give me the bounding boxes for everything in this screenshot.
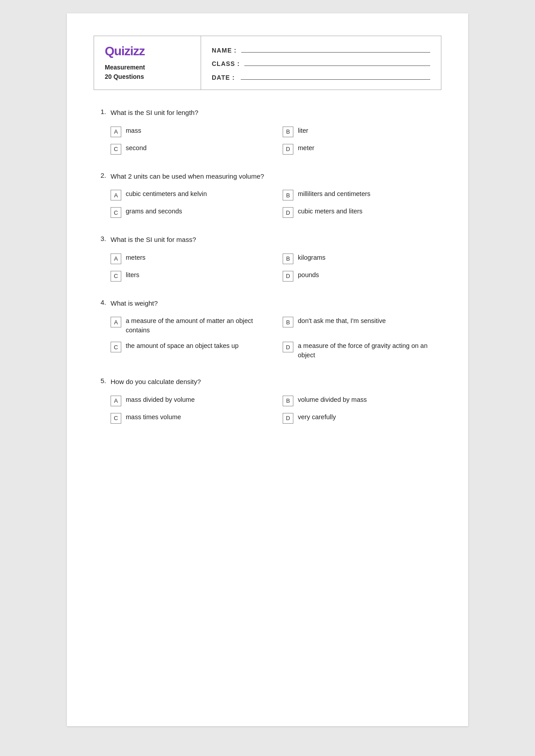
answer-letter-5-d: D <box>283 413 293 424</box>
question-block-3: 3.What is the SI unit for mass?AmetersBk… <box>94 235 441 282</box>
class-label: CLASS : <box>212 60 240 67</box>
answers-grid-5: Amass divided by volumeBvolume divided b… <box>111 395 441 424</box>
answer-text-5-a: mass divided by volume <box>126 395 195 405</box>
answer-letter-1-a: A <box>111 127 121 137</box>
answer-text-4-c: the amount of space an object takes up <box>126 341 239 351</box>
quizizz-logo: Quizizz <box>105 44 190 58</box>
questions-container: 1.What is the SI unit for length?AmassBl… <box>94 108 441 424</box>
answer-letter-2-a: A <box>111 190 121 200</box>
answer-item-5-c: Cmass times volume <box>111 413 269 424</box>
answers-grid-4: Aa measure of the amount of matter an ob… <box>111 316 441 360</box>
answer-item-3-c: Cliters <box>111 270 269 282</box>
answer-letter-5-b: B <box>283 396 293 406</box>
answer-letter-4-c: C <box>111 342 121 352</box>
quiz-info: Measurement 20 Questions <box>105 63 190 82</box>
answer-letter-3-b: B <box>283 253 293 264</box>
page: Quizizz Measurement 20 Questions NAME : … <box>67 13 468 726</box>
answer-text-1-b: liter <box>298 126 308 135</box>
question-row-2: 2.What 2 units can be used when measurin… <box>94 172 441 182</box>
answer-item-2-a: Acubic centimeters and kelvin <box>111 189 269 200</box>
header-box: Quizizz Measurement 20 Questions NAME : … <box>94 36 441 90</box>
class-line <box>244 58 430 66</box>
answer-text-1-d: meter <box>298 143 314 153</box>
answer-item-1-d: Dmeter <box>283 143 441 155</box>
quiz-title: Measurement <box>105 63 190 72</box>
answer-text-4-a: a measure of the amount of matter an obj… <box>126 316 269 335</box>
date-label: DATE : <box>212 74 236 81</box>
answer-item-1-c: Csecond <box>111 143 269 155</box>
question-number-1: 1. <box>94 108 106 115</box>
answer-item-5-a: Amass divided by volume <box>111 395 269 406</box>
date-line <box>241 72 430 80</box>
answer-letter-1-d: D <box>283 144 293 155</box>
question-text-2: What 2 units can be used when measuring … <box>111 172 264 182</box>
class-row: CLASS : <box>212 56 430 69</box>
answer-text-2-b: milliliters and centimeters <box>298 189 370 199</box>
question-row-1: 1.What is the SI unit for length? <box>94 108 441 118</box>
answer-letter-5-c: C <box>111 413 121 424</box>
answer-item-2-b: Bmilliliters and centimeters <box>283 189 441 200</box>
question-number-4: 4. <box>94 298 106 306</box>
question-block-5: 5.How do you calculate density?Amass div… <box>94 377 441 424</box>
answer-letter-3-c: C <box>111 271 121 282</box>
answer-text-4-d: a measure of the force of gravity acting… <box>298 341 441 360</box>
answer-letter-5-a: A <box>111 396 121 406</box>
answers-grid-3: AmetersBkilogramsClitersDpounds <box>111 253 441 282</box>
answers-grid-1: AmassBliterCsecondDmeter <box>111 126 441 155</box>
answer-text-4-b: don't ask me that, I'm sensitive <box>298 316 386 326</box>
quiz-questions: 20 Questions <box>105 72 190 82</box>
answer-item-2-d: Dcubic meters and liters <box>283 207 441 218</box>
answer-item-4-c: Cthe amount of space an object takes up <box>111 341 269 360</box>
answer-item-1-a: Amass <box>111 126 269 137</box>
answer-item-3-b: Bkilograms <box>283 253 441 264</box>
header-right: NAME : CLASS : DATE : <box>201 36 441 90</box>
answer-item-3-d: Dpounds <box>283 270 441 282</box>
answer-text-5-c: mass times volume <box>126 413 181 422</box>
answer-letter-2-c: C <box>111 207 121 218</box>
answer-text-1-a: mass <box>126 126 141 135</box>
date-row: DATE : <box>212 70 430 83</box>
answer-text-3-b: kilograms <box>298 253 325 262</box>
answer-text-5-b: volume divided by mass <box>298 395 367 405</box>
question-row-4: 4.What is weight? <box>94 298 441 309</box>
question-text-1: What is the SI unit for length? <box>111 108 198 118</box>
answer-item-1-b: Bliter <box>283 126 441 137</box>
answer-letter-3-a: A <box>111 253 121 264</box>
answers-grid-2: Acubic centimeters and kelvinBmilliliter… <box>111 189 441 218</box>
answer-item-5-b: Bvolume divided by mass <box>283 395 441 406</box>
answer-item-2-c: Cgrams and seconds <box>111 207 269 218</box>
answer-item-3-a: Ameters <box>111 253 269 264</box>
answer-item-4-d: Da measure of the force of gravity actin… <box>283 341 441 360</box>
answer-letter-1-c: C <box>111 144 121 155</box>
question-number-2: 2. <box>94 172 106 179</box>
question-number-5: 5. <box>94 377 106 384</box>
answer-text-1-c: second <box>126 143 147 153</box>
answer-text-3-c: liters <box>126 270 140 280</box>
answer-item-4-b: Bdon't ask me that, I'm sensitive <box>283 316 441 335</box>
question-text-4: What is weight? <box>111 298 158 309</box>
header-left: Quizizz Measurement 20 Questions <box>94 36 201 90</box>
answer-letter-4-b: B <box>283 317 293 327</box>
answer-text-3-d: pounds <box>298 270 319 280</box>
answer-text-5-d: very carefully <box>298 413 336 422</box>
question-row-3: 3.What is the SI unit for mass? <box>94 235 441 245</box>
answer-text-2-a: cubic centimeters and kelvin <box>126 189 207 199</box>
question-block-2: 2.What 2 units can be used when measurin… <box>94 172 441 218</box>
name-line <box>241 45 430 53</box>
question-text-5: How do you calculate density? <box>111 377 201 387</box>
answer-item-5-d: Dvery carefully <box>283 413 441 424</box>
answer-item-4-a: Aa measure of the amount of matter an ob… <box>111 316 269 335</box>
answer-letter-2-b: B <box>283 190 293 200</box>
question-text-3: What is the SI unit for mass? <box>111 235 196 245</box>
answer-letter-1-b: B <box>283 127 293 137</box>
answer-text-3-a: meters <box>126 253 145 262</box>
answer-letter-3-d: D <box>283 271 293 282</box>
question-row-5: 5.How do you calculate density? <box>94 377 441 387</box>
name-label: NAME : <box>212 47 237 54</box>
answer-letter-4-d: D <box>283 342 293 352</box>
question-block-1: 1.What is the SI unit for length?AmassBl… <box>94 108 441 155</box>
question-block-4: 4.What is weight?Aa measure of the amoun… <box>94 298 441 360</box>
answer-text-2-c: grams and seconds <box>126 207 182 216</box>
question-number-3: 3. <box>94 235 106 242</box>
name-row: NAME : <box>212 43 430 56</box>
